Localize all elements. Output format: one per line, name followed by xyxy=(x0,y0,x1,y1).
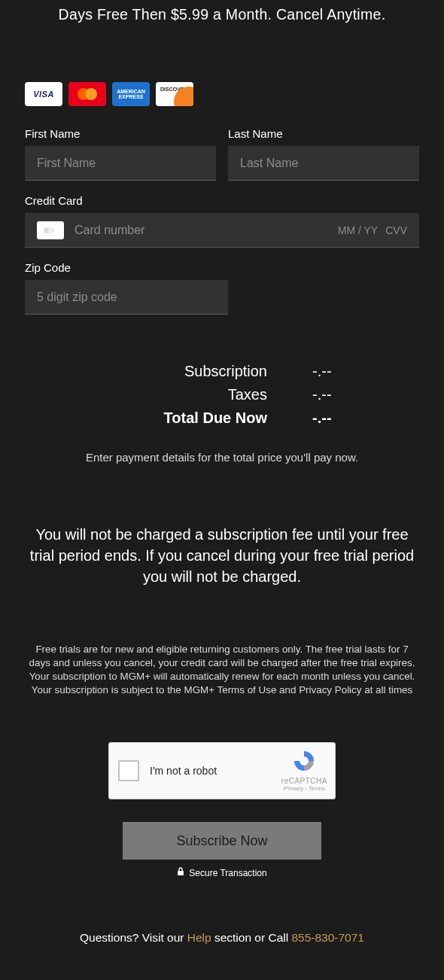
card-cvv-placeholder[interactable]: CVV xyxy=(385,224,407,236)
recaptcha-brand: reCAPTCHA Privacy - Terms xyxy=(281,749,327,792)
mastercard-icon xyxy=(68,82,106,106)
legal-text: Free trials are for new and eligible ret… xyxy=(25,643,419,697)
last-name-label: Last Name xyxy=(228,127,419,140)
help-link[interactable]: Help xyxy=(187,931,211,944)
subscribe-button[interactable]: Subscribe Now xyxy=(123,822,321,860)
card-icon xyxy=(37,221,64,239)
total-label: Total Due Now xyxy=(71,409,312,427)
visa-icon: VISA xyxy=(25,82,62,106)
card-expiry-placeholder[interactable]: MM / YY xyxy=(338,224,378,236)
trial-notice: You will not be charged a subscription f… xyxy=(25,524,419,587)
order-summary: Subscription -.-- Taxes -.-- Total Due N… xyxy=(71,360,373,430)
total-value: -.-- xyxy=(312,409,373,427)
first-name-input[interactable] xyxy=(25,146,216,181)
card-number-input[interactable] xyxy=(75,224,330,237)
footer-questions: Questions? Visit our Help section or Cal… xyxy=(25,931,419,945)
amex-icon: AMERICANEXPRESS xyxy=(112,82,150,106)
page-headline: Days Free Then $5.99 a Month. Cancel Any… xyxy=(25,0,419,23)
accepted-cards: VISA AMERICANEXPRESS DISCOVER xyxy=(25,82,419,106)
zip-label: Zip Code xyxy=(25,261,419,274)
recaptcha-widget[interactable]: I'm not a robot reCAPTCHA Privacy - Term… xyxy=(108,742,336,799)
credit-card-label: Credit Card xyxy=(25,194,419,207)
zip-input[interactable] xyxy=(25,280,228,315)
taxes-label: Taxes xyxy=(71,386,312,403)
secure-label: Secure Transaction xyxy=(189,868,266,878)
recaptcha-checkbox[interactable] xyxy=(118,760,139,781)
taxes-value: -.-- xyxy=(312,386,373,403)
credit-card-field[interactable]: MM / YY CVV xyxy=(25,213,419,248)
discover-icon: DISCOVER xyxy=(156,82,193,106)
subscription-value: -.-- xyxy=(312,363,373,380)
first-name-label: First Name xyxy=(25,127,216,140)
svg-point-1 xyxy=(48,227,54,233)
svg-rect-2 xyxy=(178,871,184,875)
secure-transaction: Secure Transaction xyxy=(25,867,419,878)
last-name-input[interactable] xyxy=(228,146,419,181)
subscription-label: Subscription xyxy=(71,363,312,380)
phone-link[interactable]: 855-830-7071 xyxy=(291,931,364,944)
summary-note: Enter payment details for the total pric… xyxy=(25,451,419,464)
recaptcha-icon xyxy=(281,749,327,777)
recaptcha-label: I'm not a robot xyxy=(150,765,217,777)
lock-icon xyxy=(177,867,184,878)
